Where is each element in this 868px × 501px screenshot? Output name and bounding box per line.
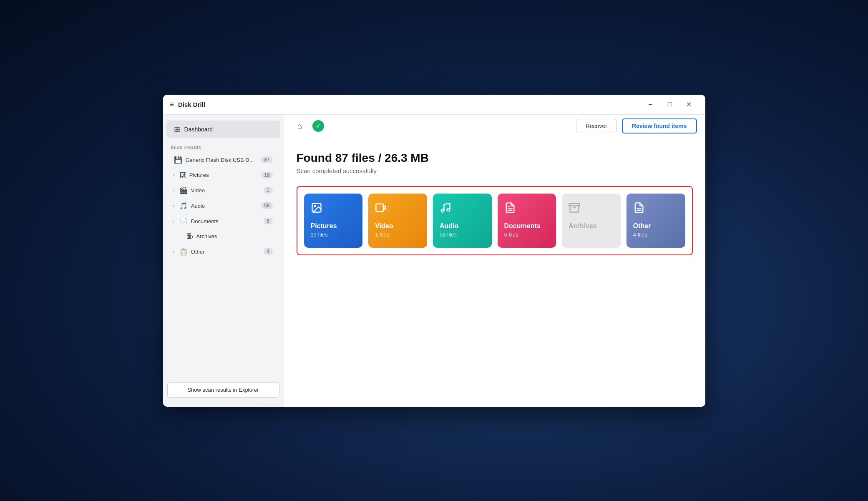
disk-icon: 💾 xyxy=(174,156,182,164)
app-window: ≡ Disk Drill – □ ✕ ⊞ Dashboard Scan resu… xyxy=(163,95,705,407)
documents-card-title: Documents xyxy=(504,222,541,230)
pictures-count: 19 xyxy=(261,172,272,179)
dashboard-icon: ⊞ xyxy=(174,125,180,134)
home-button[interactable]: ⌂ xyxy=(292,118,307,133)
card-audio[interactable]: Audio 58 files xyxy=(433,194,492,248)
archives-card-title: Archives xyxy=(569,222,597,230)
file-type-cards: Pictures 19 files Video 1 files xyxy=(297,186,693,255)
chevron-icon: › xyxy=(173,173,174,177)
card-documents[interactable]: Documents 5 files xyxy=(498,194,556,248)
pictures-card-icon xyxy=(311,202,322,217)
content-panel: ⌂ ✓ Recover Review found items Found 87 … xyxy=(284,115,705,407)
other-card-count: 4 files xyxy=(633,232,647,238)
card-archives[interactable]: Archives — xyxy=(562,194,621,248)
sidebar-disk-item[interactable]: 💾 Generic Flash Disk USB D... 87 xyxy=(166,153,280,167)
documents-icon: 📄 xyxy=(179,217,188,225)
svg-point-1 xyxy=(314,205,316,207)
chevron-icon: › xyxy=(173,188,174,193)
svg-rect-2 xyxy=(376,204,384,211)
sidebar-item-audio[interactable]: › 🎵 Audio 58 xyxy=(166,199,280,213)
video-icon: 🎬 xyxy=(179,186,188,194)
titlebar: ≡ Disk Drill – □ ✕ xyxy=(163,95,705,115)
audio-count: 58 xyxy=(261,202,272,209)
pictures-label: Pictures xyxy=(189,172,258,178)
found-subtitle: Scan completed successfully xyxy=(297,167,693,174)
chevron-icon: › xyxy=(173,249,174,254)
dashboard-label: Dashboard xyxy=(184,126,213,133)
svg-rect-8 xyxy=(569,203,580,206)
documents-count: 5 xyxy=(264,218,273,224)
documents-label: Documents xyxy=(191,218,260,224)
sidebar-footer: Show scan results in Explorer xyxy=(163,377,284,403)
review-found-items-button[interactable]: Review found items xyxy=(622,118,697,133)
audio-card-icon xyxy=(440,202,451,217)
audio-label: Audio xyxy=(191,203,258,209)
sidebar-item-dashboard[interactable]: ⊞ Dashboard xyxy=(166,121,280,138)
archives-card-count: — xyxy=(569,232,574,238)
pictures-card-title: Pictures xyxy=(311,222,337,230)
card-other[interactable]: Other 4 files xyxy=(626,194,685,248)
archives-label: Archives xyxy=(196,233,273,239)
status-check-icon: ✓ xyxy=(312,120,324,132)
close-button[interactable]: ✕ xyxy=(679,98,699,111)
video-count: 1 xyxy=(264,187,273,194)
pictures-icon: 🖼 xyxy=(179,171,186,179)
pictures-card-count: 19 files xyxy=(311,232,328,238)
audio-icon: 🎵 xyxy=(179,202,188,210)
disk-label: Generic Flash Disk USB D... xyxy=(186,157,258,163)
content-area: Found 87 files / 26.3 MB Scan completed … xyxy=(284,138,705,407)
check-icon: ✓ xyxy=(316,123,321,129)
other-card-icon xyxy=(633,202,645,217)
audio-card-title: Audio xyxy=(440,222,458,230)
toolbar: ⌂ ✓ Recover Review found items xyxy=(284,115,705,138)
video-card-count: 1 files xyxy=(375,232,389,238)
video-card-icon xyxy=(375,202,387,217)
scan-results-section-title: Scan results xyxy=(163,140,284,152)
other-count: 4 xyxy=(264,248,273,255)
documents-card-icon xyxy=(504,202,516,217)
found-title: Found 87 files / 26.3 MB xyxy=(297,151,693,165)
sidebar-item-video[interactable]: › 🎬 Video 1 xyxy=(166,183,280,198)
other-card-title: Other xyxy=(633,222,651,230)
show-in-explorer-button[interactable]: Show scan results in Explorer xyxy=(167,382,279,398)
other-icon: 📋 xyxy=(179,248,188,256)
main-layout: ⊞ Dashboard Scan results 💾 Generic Flash… xyxy=(163,115,705,407)
menu-icon[interactable]: ≡ xyxy=(170,100,174,109)
app-title: Disk Drill xyxy=(178,101,205,108)
disk-count: 87 xyxy=(261,156,272,163)
maximize-button[interactable]: □ xyxy=(660,98,679,111)
archives-icon: 🗜 xyxy=(186,233,193,240)
chevron-icon: › xyxy=(173,204,174,208)
sidebar: ⊞ Dashboard Scan results 💾 Generic Flash… xyxy=(163,115,284,407)
video-label: Video xyxy=(191,187,260,194)
recover-button[interactable]: Recover xyxy=(576,119,617,133)
home-icon: ⌂ xyxy=(297,122,302,131)
card-video[interactable]: Video 1 files xyxy=(368,194,427,248)
sidebar-item-other[interactable]: › 📋 Other 4 xyxy=(166,244,280,259)
archives-card-icon xyxy=(569,202,580,217)
svg-point-5 xyxy=(447,208,450,211)
audio-card-count: 58 files xyxy=(440,232,457,238)
sidebar-item-archives[interactable]: 🗜 Archives xyxy=(166,229,280,244)
sidebar-item-documents[interactable]: › 📄 Documents 5 xyxy=(166,214,280,229)
card-pictures[interactable]: Pictures 19 files xyxy=(304,194,363,248)
chevron-icon: › xyxy=(173,219,174,224)
other-label: Other xyxy=(191,249,260,255)
svg-point-4 xyxy=(441,209,444,212)
sidebar-item-pictures[interactable]: › 🖼 Pictures 19 xyxy=(166,168,280,182)
documents-card-count: 5 files xyxy=(504,232,518,238)
minimize-button[interactable]: – xyxy=(641,98,660,111)
video-card-title: Video xyxy=(375,222,393,230)
